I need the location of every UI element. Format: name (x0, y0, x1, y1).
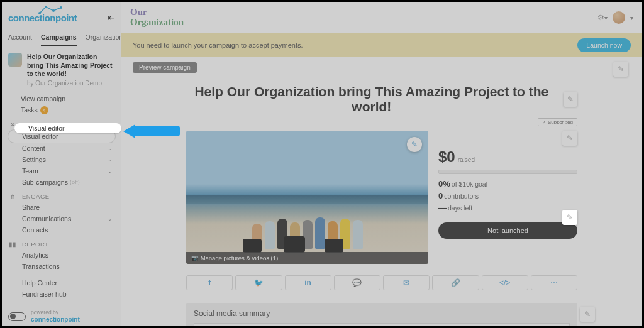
view-campaign-link[interactable]: View campaign (8, 93, 115, 104)
tasks-label: Tasks (21, 106, 38, 114)
edit-title-icon[interactable]: ✎ (564, 92, 577, 107)
share-link-icon[interactable]: 🔗 (432, 275, 479, 290)
logo-row: connectionpoint ⇤ (2, 2, 121, 33)
share-email-icon[interactable]: ✉ (383, 275, 430, 290)
main: Our Organization ⚙▾ ▾ You need to launch… (121, 2, 642, 326)
campaign-header: Help Our Organization bring This Amazing… (2, 46, 121, 93)
content-label: Content (22, 145, 45, 152)
tasks-link[interactable]: Tasks 4 (8, 104, 115, 116)
report-label: REPORT (22, 241, 48, 248)
campaign-hero-image: 📷 Manage pictures & videos (1) (186, 131, 428, 264)
menu-help-center[interactable]: Help Center (8, 277, 115, 288)
theme-toggle[interactable] (8, 312, 26, 321)
share-twitter-icon[interactable]: 🐦 (235, 275, 282, 290)
media-column: 📷 Manage pictures & videos (1) ✎ (186, 131, 428, 264)
section-engage: ⋔ENGAGE Share Communications⌄ Contacts (2, 188, 121, 236)
contributors-line: 0contributors (438, 190, 577, 202)
days-line: —days left (438, 202, 577, 214)
stats-column: ✎ $0 raised 0%of $10k goal 0contributors… (438, 131, 577, 264)
report-icon: ▮▮ (8, 241, 17, 248)
tab-organizations[interactable]: Organizations (86, 33, 126, 46)
svg-point-2 (52, 9, 55, 12)
section-report: ▮▮REPORT Analytics Transactions (2, 236, 121, 272)
menu-fundraiser-hub[interactable]: Fundraiser hub (8, 288, 115, 300)
not-launched-button[interactable]: Not launched (438, 222, 577, 239)
tasks-count-badge: 4 (40, 106, 48, 114)
summary-textarea[interactable] (194, 323, 570, 326)
avatar-caret[interactable]: ▾ (630, 14, 633, 21)
menu-analytics[interactable]: Analytics (8, 249, 115, 261)
menu-settings[interactable]: Settings⌄ (8, 154, 115, 165)
sidebar: connectionpoint ⇤ Account Campaigns Orga… (2, 2, 121, 326)
menu-transactions[interactable]: Transactions (8, 261, 115, 272)
share-embed-icon[interactable]: </> (482, 275, 528, 290)
progress-bar (438, 170, 577, 174)
menu-subcampaigns[interactable]: Sub-campaigns(off) (8, 177, 115, 188)
org-title: Our Organization (130, 8, 184, 28)
gear-icon[interactable]: ⚙▾ (597, 13, 608, 22)
settings-label: Settings (22, 156, 46, 163)
menu-share[interactable]: Share (8, 202, 115, 213)
social-summary: ✎ Social media summary (186, 303, 577, 326)
collapse-sidebar-icon[interactable]: ⇤ (108, 13, 115, 23)
highlight-visual-editor[interactable]: Visual editor (14, 123, 121, 133)
campaign-thumbnail (8, 53, 22, 67)
preview-campaign-chip[interactable]: Preview campaign (133, 62, 197, 73)
subscribed-chip[interactable]: ✓ Subscribed (538, 118, 577, 126)
share-more-icon[interactable]: ⋯ (531, 275, 577, 290)
top-bar: Our Organization ⚙▾ ▾ (121, 2, 642, 33)
goal-line: 0%of $10k goal (438, 178, 577, 190)
campaign-title: Help Our Organization bring This Amazing… (27, 53, 115, 79)
edit-media-icon[interactable]: ✎ (407, 137, 422, 152)
media-caption[interactable]: 📷 Manage pictures & videos (1) (186, 252, 428, 264)
tab-account[interactable]: Account (8, 33, 32, 46)
svg-point-3 (60, 6, 62, 9)
edit-stats-icon[interactable]: ✎ (562, 131, 577, 146)
menu-content[interactable]: Content⌄ (8, 143, 115, 154)
svg-point-0 (38, 12, 41, 14)
engage-icon: ⋔ (8, 193, 17, 200)
chevron-down-icon: ⌄ (108, 168, 115, 174)
engage-label: ENGAGE (22, 193, 50, 200)
sidebar-footer: powered by connectionpoint (8, 310, 115, 323)
subcampaigns-label: Sub-campaigns (22, 178, 68, 186)
svg-point-1 (45, 6, 47, 8)
share-messenger-icon[interactable]: 💬 (334, 275, 380, 290)
powered-by: powered by connectionpoint (31, 310, 80, 323)
raised-amount: $0 (438, 148, 455, 166)
section-help: Help Center Fundraiser hub (2, 272, 121, 300)
menu-contacts[interactable]: Contacts (8, 224, 115, 236)
launch-now-button[interactable]: Launch now (577, 38, 631, 52)
brand-logo: connectionpoint (8, 13, 77, 23)
alert-text: You need to launch your campaign to acce… (133, 41, 303, 49)
top-tabs: Account Campaigns Organizations Enterpri… (2, 33, 121, 46)
chevron-down-icon: ⌄ (108, 156, 115, 163)
campaign-byline: by Our Organization Demo (27, 80, 115, 87)
share-linkedin-icon[interactable]: in (285, 275, 331, 290)
summary-header: Social media summary (194, 309, 570, 318)
communications-label: Communications (22, 215, 71, 222)
share-row: f 🐦 in 💬 ✉ 🔗 </> ⋯ (186, 275, 577, 290)
chevron-down-icon: ⌄ (108, 145, 115, 151)
subcampaigns-state: (off) (70, 179, 80, 185)
menu-communications[interactable]: Communications⌄ (8, 213, 115, 224)
launch-alert: You need to launch your campaign to acce… (121, 33, 642, 57)
tab-campaigns[interactable]: Campaigns (41, 33, 77, 46)
share-facebook-icon[interactable]: f (186, 275, 233, 290)
edit-summary-icon[interactable]: ✎ (580, 307, 595, 322)
avatar[interactable] (613, 11, 625, 24)
chevron-down-icon: ⌄ (108, 216, 115, 222)
raised-label: raised (458, 156, 475, 163)
team-label: Team (22, 167, 38, 175)
edit-launch-icon[interactable]: ✎ (562, 210, 577, 225)
page-title: Help Our Organization bring This Amazing… (186, 84, 557, 114)
menu-team[interactable]: Team⌄ (8, 165, 115, 177)
